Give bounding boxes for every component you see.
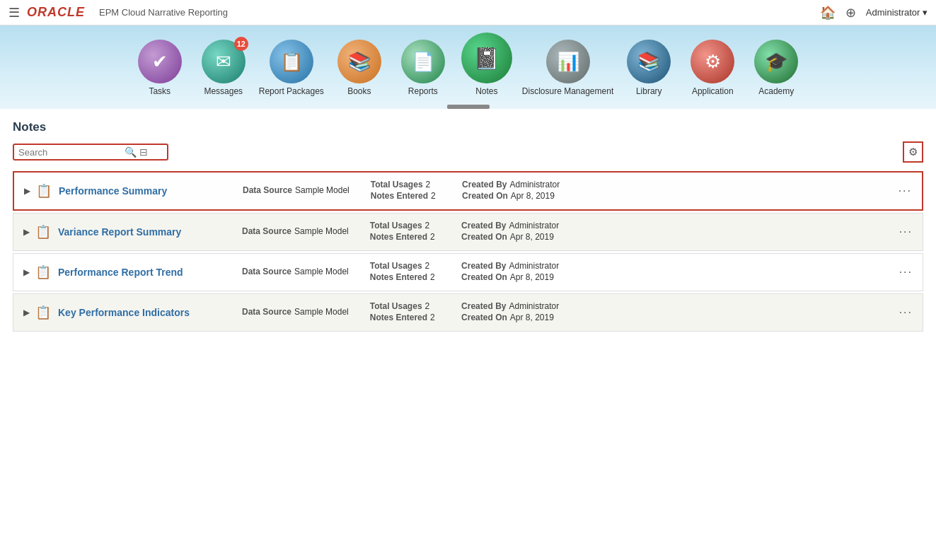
nav-item-books[interactable]: 📚Books <box>331 40 388 102</box>
notes-entered-value: 2 <box>431 191 441 201</box>
search-icon[interactable]: 🔍 <box>125 146 137 158</box>
data-source-pair: Data Source Sample Model <box>242 267 349 276</box>
search-bar-container: 🔍 ⊟ <box>13 144 168 161</box>
data-source-value: Sample Model <box>294 226 349 236</box>
created-on-pair: Created On Apr 8, 2019 <box>461 272 559 282</box>
created-by-pair: Created By Administrator <box>462 180 560 189</box>
created-group: Created By Administrator Created On Apr … <box>461 301 559 324</box>
data-source-pair: Data Source Sample Model <box>242 307 349 317</box>
nav-label-reports: Reports <box>408 86 438 96</box>
row-actions-menu[interactable]: ··· <box>899 226 913 238</box>
note-title: Variance Report Summary <box>58 226 242 238</box>
search-input[interactable] <box>18 147 125 158</box>
notes-row[interactable]: ▶ 📋 Performance Report Trend Data Source… <box>13 253 923 291</box>
notes-entered-value: 2 <box>430 272 440 282</box>
created-on-label: Created On <box>461 232 507 242</box>
nav-label-academy: Academy <box>758 86 794 96</box>
notes-entered-value: 2 <box>430 232 440 242</box>
expand-icon[interactable]: ▶ <box>23 308 30 317</box>
note-title: Performance Summary <box>59 185 243 197</box>
data-source-value: Sample Model <box>294 267 349 276</box>
created-by-label: Created By <box>461 221 506 231</box>
nav-label-books: Books <box>347 86 371 96</box>
nav-item-notes[interactable]: 📓Notes <box>458 33 515 102</box>
app-title: EPM Cloud Narrative Reporting <box>99 7 228 18</box>
row-actions-menu[interactable]: ··· <box>899 185 912 197</box>
data-source-group: Data Source Sample Model <box>242 267 349 278</box>
notes-row[interactable]: ▶ 📋 Key Performance Indicators Data Sour… <box>13 293 923 332</box>
nav-item-tasks[interactable]: ✔Tasks <box>132 40 188 102</box>
nav-item-library[interactable]: 📚Library <box>620 40 677 102</box>
menu-icon[interactable]: ☰ <box>8 5 20 21</box>
note-title: Key Performance Indicators <box>58 307 242 318</box>
created-on-value: Apr 8, 2019 <box>511 191 555 201</box>
expand-icon[interactable]: ▶ <box>23 227 30 237</box>
notes-entered-pair: Notes Entered 2 <box>370 313 440 322</box>
nav-icons: ✔Tasks✉12Messages📋Report Packages📚Books📄… <box>0 33 936 102</box>
data-source-label: Data Source <box>242 267 291 276</box>
nav-item-report-packages[interactable]: 📋Report Packages <box>259 40 324 102</box>
row-actions-menu[interactable]: ··· <box>899 266 913 279</box>
created-on-value: Apr 8, 2019 <box>510 232 554 242</box>
notes-row[interactable]: ▶ 📋 Variance Report Summary Data Source … <box>13 213 923 251</box>
total-usages-value: 2 <box>425 261 435 271</box>
note-meta: Data Source Sample Model Total Usages 2 … <box>242 261 892 284</box>
note-meta: Data Source Sample Model Total Usages 2 … <box>243 180 891 202</box>
help-icon[interactable]: ⊕ <box>845 5 856 21</box>
nav-item-academy[interactable]: 🎓Academy <box>748 40 804 102</box>
created-on-pair: Created On Apr 8, 2019 <box>462 191 560 201</box>
created-on-label: Created On <box>462 191 508 201</box>
data-source-pair: Data Source Sample Model <box>242 226 349 236</box>
note-meta: Data Source Sample Model Total Usages 2 … <box>242 301 892 324</box>
user-menu[interactable]: Administrator ▾ <box>866 7 928 18</box>
nav-item-messages[interactable]: ✉12Messages <box>195 40 252 102</box>
report-packages-icon: 📋 <box>270 40 313 83</box>
notes-entered-pair: Notes Entered 2 <box>371 191 441 201</box>
nav-label-tasks: Tasks <box>149 86 171 96</box>
row-actions-menu[interactable]: ··· <box>899 306 913 319</box>
data-source-group: Data Source Sample Model <box>242 307 349 318</box>
filter-icon[interactable]: ⊟ <box>139 146 148 158</box>
notes-list: ▶ 📋 Performance Summary Data Source Samp… <box>13 171 923 332</box>
notes-row[interactable]: ▶ 📋 Performance Summary Data Source Samp… <box>13 171 923 211</box>
oracle-text: ORACLE <box>27 5 85 20</box>
section-title: Notes <box>13 120 923 134</box>
note-meta: Data Source Sample Model Total Usages 2 … <box>242 221 892 243</box>
notes-icon: 📓 <box>461 33 512 83</box>
oracle-logo: ORACLE <box>27 5 85 20</box>
nav-item-reports[interactable]: 📄Reports <box>395 40 451 102</box>
topbar-right: 🏠 ⊕ Administrator ▾ <box>820 5 928 21</box>
data-source-group: Data Source Sample Model <box>242 226 349 238</box>
expand-icon[interactable]: ▶ <box>24 186 30 196</box>
created-by-label: Created By <box>461 301 506 311</box>
gear-button[interactable]: ⚙ <box>903 141 923 163</box>
note-title: Performance Report Trend <box>58 267 242 278</box>
notes-entered-label: Notes Entered <box>371 191 428 201</box>
expand-icon[interactable]: ▶ <box>23 267 30 277</box>
notes-entered-value: 2 <box>430 313 440 322</box>
created-by-value: Administrator <box>509 301 559 311</box>
nav-label-report-packages: Report Packages <box>259 86 324 96</box>
usages-group: Total Usages 2 Notes Entered 2 <box>370 261 440 284</box>
library-icon: 📚 <box>627 40 671 83</box>
total-usages-value: 2 <box>425 301 435 311</box>
academy-icon: 🎓 <box>754 40 798 83</box>
total-usages-value: 2 <box>426 180 436 189</box>
total-usages-label: Total Usages <box>370 261 422 271</box>
home-icon[interactable]: 🏠 <box>820 5 836 21</box>
data-source-group: Data Source Sample Model <box>243 185 349 197</box>
disclosure-icon: 📊 <box>546 40 590 83</box>
usages-group: Total Usages 2 Notes Entered 2 <box>371 180 441 202</box>
nav-item-disclosure[interactable]: 📊Disclosure Management <box>522 40 613 102</box>
note-icon: 📋 <box>35 224 51 240</box>
data-source-value: Sample Model <box>295 185 349 195</box>
total-usages-label: Total Usages <box>370 301 422 311</box>
topbar: ☰ ORACLE EPM Cloud Narrative Reporting 🏠… <box>0 0 936 25</box>
nav-divider <box>447 105 490 109</box>
usages-group: Total Usages 2 Notes Entered 2 <box>370 221 440 243</box>
application-icon: ⚙ <box>691 40 734 83</box>
nav-area: ✔Tasks✉12Messages📋Report Packages📚Books📄… <box>0 25 936 109</box>
nav-item-application[interactable]: ⚙Application <box>684 40 741 102</box>
nav-label-notes: Notes <box>475 86 497 96</box>
reports-icon: 📄 <box>401 40 445 83</box>
